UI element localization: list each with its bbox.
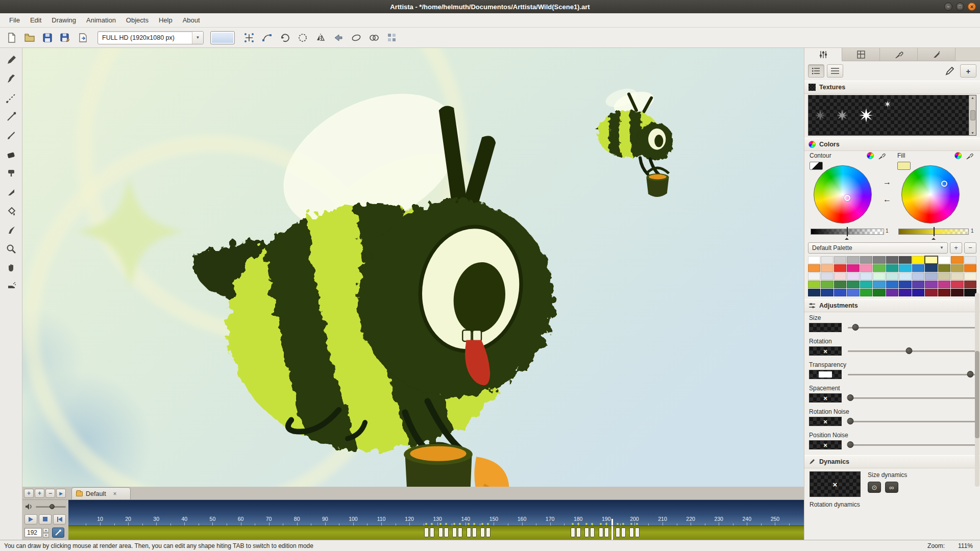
menu-item-edit[interactable]: Edit: [25, 14, 46, 26]
keyframe-marker[interactable]: [584, 528, 589, 537]
open-file-button[interactable]: [22, 30, 37, 45]
palette-swatch[interactable]: [834, 256, 846, 264]
ruler-cursor[interactable]: [611, 519, 613, 525]
slider-handle[interactable]: [847, 441, 854, 448]
palette-swatch[interactable]: [964, 272, 976, 280]
keyframe-marker[interactable]: [629, 528, 634, 537]
keyframe-marker[interactable]: [424, 528, 429, 537]
zoom-tool[interactable]: [4, 242, 19, 256]
add-frame-button[interactable]: +: [35, 489, 44, 498]
dynamics-preview[interactable]: ×: [810, 471, 861, 497]
stop-button[interactable]: [39, 514, 52, 524]
render-canvas[interactable]: [22, 48, 804, 487]
menu-item-objects[interactable]: Objects: [121, 14, 154, 26]
marker-tool[interactable]: [4, 166, 19, 181]
slider-handle[interactable]: [847, 418, 854, 424]
keyframe-marker[interactable]: [571, 528, 575, 537]
contour-color-wheel[interactable]: [814, 165, 872, 223]
background-color-swatch[interactable]: [210, 31, 235, 44]
palette-swatch[interactable]: [808, 256, 820, 264]
palette-swatch[interactable]: [964, 256, 976, 264]
texture-scrollbar[interactable]: ▲ ▼: [969, 95, 976, 135]
symmetry-button[interactable]: [313, 30, 328, 45]
scene-tab-default[interactable]: Default ×: [71, 487, 131, 499]
keyframe-marker[interactable]: [486, 528, 491, 537]
palette-swatch[interactable]: [834, 281, 846, 288]
palette-swatch[interactable]: [912, 256, 924, 264]
frame-number-input[interactable]: 192: [24, 528, 42, 537]
new-document-button[interactable]: [4, 30, 19, 45]
palette-swatch[interactable]: [899, 264, 911, 272]
close-button[interactable]: ×: [968, 3, 976, 11]
size-slider[interactable]: [848, 323, 975, 332]
union-button[interactable]: [366, 30, 382, 45]
contour-eyedropper-icon[interactable]: [878, 152, 886, 160]
panel-scrollbar[interactable]: [975, 293, 979, 487]
node-selection-button[interactable]: [259, 30, 275, 45]
rotation-noise-slider[interactable]: [848, 417, 975, 425]
volume-slider[interactable]: [36, 504, 66, 510]
polyline-tool[interactable]: [4, 91, 19, 105]
palette-swatch[interactable]: [938, 289, 950, 296]
palette-swatch[interactable]: [925, 289, 937, 296]
keyframe-marker[interactable]: [472, 528, 477, 537]
palette-swatch[interactable]: [951, 272, 963, 280]
keyframe-marker[interactable]: [604, 528, 609, 537]
palette-swatch[interactable]: [886, 272, 898, 280]
palette-swatch[interactable]: [821, 289, 833, 296]
palette-swatch[interactable]: [873, 272, 885, 280]
keyframe-marker[interactable]: [621, 528, 626, 537]
palette-swatch[interactable]: [899, 289, 911, 296]
copy-left-arrow-icon[interactable]: ←: [883, 195, 891, 204]
remove-palette-button[interactable]: −: [964, 242, 976, 254]
frame-down-button[interactable]: ▼: [43, 533, 49, 538]
scrub-tool-button[interactable]: [52, 528, 64, 538]
rotation-button[interactable]: [277, 30, 292, 45]
palette-swatch[interactable]: [925, 256, 937, 264]
fill-wheel-mode-icon[interactable]: [954, 152, 962, 159]
keyframe-marker[interactable]: [635, 528, 640, 537]
palette-dropdown[interactable]: Default Palette ▼: [808, 242, 948, 254]
palette-swatch[interactable]: [821, 256, 833, 264]
ellipse-selection-button[interactable]: [295, 30, 310, 45]
slider-handle[interactable]: [852, 324, 859, 331]
adjustment-preview[interactable]: ×: [809, 440, 842, 449]
palette-swatch[interactable]: [938, 256, 950, 264]
timeline-ruler[interactable]: 1020304050607080901001101201301401501601…: [68, 500, 804, 525]
palette-swatch[interactable]: [938, 272, 950, 280]
resolution-dropdown[interactable]: FULL HD (980x551 px) ▼: [97, 31, 204, 44]
tab-eyedropper[interactable]: [880, 48, 918, 61]
contour-wheel-selector[interactable]: [844, 195, 850, 201]
tab-brush-settings[interactable]: [804, 48, 842, 61]
palette-swatch[interactable]: [847, 256, 859, 264]
ink-tool[interactable]: [4, 72, 19, 86]
timeline-track[interactable]: →→→→→: [68, 525, 804, 540]
palette-swatch[interactable]: [951, 256, 963, 264]
scroll-up-icon[interactable]: ▲: [971, 96, 974, 99]
palette-swatch[interactable]: [860, 272, 872, 280]
add-palette-button[interactable]: +: [950, 242, 962, 254]
keyframe-marker[interactable]: [467, 528, 471, 537]
slider-handle[interactable]: [847, 394, 854, 401]
title-bar[interactable]: Arttista - */home/helmuth/Documentos/Art…: [0, 0, 980, 13]
palette-swatch[interactable]: [912, 281, 924, 288]
palette-swatch[interactable]: [925, 281, 937, 288]
texture-swatch[interactable]: [815, 110, 826, 121]
texture-swatch[interactable]: [884, 101, 891, 108]
keyframe-marker[interactable]: [616, 528, 620, 537]
list-view-button[interactable]: [808, 64, 824, 78]
tab-patterns[interactable]: [842, 48, 880, 61]
knife-tool[interactable]: [4, 185, 19, 199]
quill-tool[interactable]: [4, 223, 19, 237]
pencil-tool[interactable]: [4, 53, 19, 67]
tab-knife[interactable]: [918, 48, 955, 61]
add-texture-button[interactable]: +: [960, 64, 976, 78]
palette-swatch[interactable]: [808, 289, 820, 296]
palette-swatch[interactable]: [899, 272, 911, 280]
palette-swatch[interactable]: [834, 272, 846, 280]
palette-swatch[interactable]: [821, 281, 833, 288]
dropdown-arrow-icon[interactable]: ▼: [192, 32, 203, 44]
back-arrow-button[interactable]: [331, 30, 346, 45]
palette-swatch[interactable]: [886, 289, 898, 296]
fill-swatch[interactable]: [897, 162, 911, 170]
